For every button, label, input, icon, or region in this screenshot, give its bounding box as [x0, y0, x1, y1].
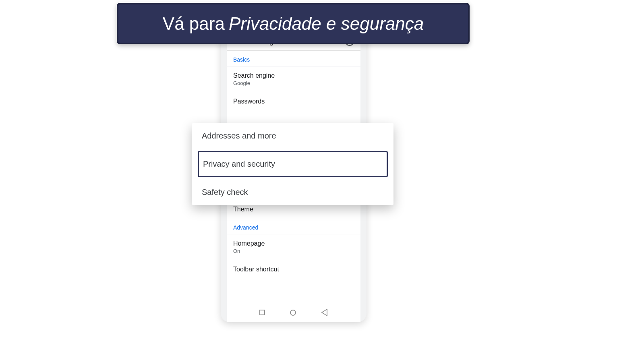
nav-recent-icon[interactable] [259, 310, 265, 315]
section-header-advanced: Advanced [227, 219, 360, 234]
setting-title: Homepage [233, 240, 354, 247]
svg-marker-0 [322, 309, 327, 316]
setting-item-search-engine[interactable]: Search engine Google [227, 66, 360, 92]
section-header-basics: Basics [227, 51, 360, 66]
zoom-item-safety-check[interactable]: Safety check [192, 180, 393, 205]
setting-sub: Google [233, 80, 354, 86]
instruction-banner: Vá para Privacidade e segurança [117, 3, 470, 44]
zoom-item-addresses[interactable]: Addresses and more [192, 123, 393, 149]
setting-title: Toolbar shortcut [233, 266, 354, 273]
setting-item-toolbar-shortcut[interactable]: Toolbar shortcut [227, 260, 360, 275]
android-nav-bar [227, 303, 360, 322]
setting-item-homepage[interactable]: Homepage On [227, 234, 360, 260]
nav-back-icon[interactable] [321, 309, 328, 316]
setting-sub: On [233, 248, 354, 254]
setting-title: Passwords [233, 98, 354, 105]
zoom-callout: Addresses and more Privacy and security … [192, 123, 393, 205]
setting-item-passwords[interactable]: Passwords [227, 92, 360, 111]
zoom-item-privacy-security[interactable]: Privacy and security [198, 151, 388, 177]
nav-home-icon[interactable] [290, 310, 296, 316]
setting-title: Theme [233, 206, 354, 213]
instruction-prefix: Vá para [163, 14, 225, 34]
setting-title: Search engine [233, 72, 354, 79]
instruction-target: Privacidade e segurança [229, 14, 424, 34]
